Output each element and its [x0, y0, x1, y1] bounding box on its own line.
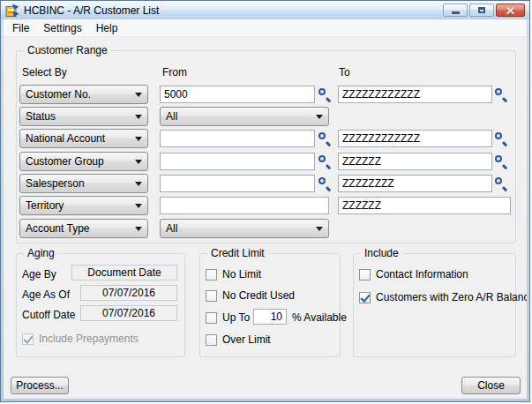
- select-by-dropdown-customer-group[interactable]: Customer Group: [19, 152, 148, 171]
- dropdown-value: Salesperson: [26, 177, 85, 190]
- menu-help[interactable]: Help: [89, 19, 125, 37]
- magnifier-lens: [495, 132, 502, 139]
- finder-icon[interactable]: [495, 132, 508, 146]
- close-window-button[interactable]: [496, 4, 525, 17]
- minimize-icon: [452, 11, 460, 14]
- status-value-dropdown[interactable]: All: [160, 107, 329, 126]
- magnifier-lens: [495, 88, 502, 95]
- close-icon: [506, 6, 515, 14]
- finder-icon[interactable]: [495, 177, 508, 191]
- finder-icon[interactable]: [495, 155, 508, 168]
- contact-information-label: Contact Information: [376, 268, 468, 281]
- territory-row: Territory: [4, 196, 527, 217]
- menu-settings[interactable]: Settings: [36, 19, 88, 37]
- chevron-down-icon: [316, 227, 323, 231]
- customer-range-legend: Customer Range: [24, 44, 111, 56]
- chevron-down-icon: [135, 115, 142, 119]
- select-by-dropdown-status[interactable]: Status: [19, 107, 148, 126]
- no-limit-checkbox[interactable]: [206, 269, 217, 281]
- customer-no-to-input[interactable]: [338, 86, 492, 103]
- aging-group: Aging Age By Document Date Age As Of 07/…: [16, 253, 185, 357]
- no-limit-label: No Limit: [222, 268, 261, 281]
- dropdown-value: Customer No.: [26, 88, 91, 101]
- finder-icon[interactable]: [318, 177, 332, 191]
- credit-limit-legend: Credit Limit: [207, 247, 268, 259]
- zero-balance-row: Customers with Zero A/R Balance: [359, 291, 527, 303]
- account-type-row: Account Type All: [4, 219, 527, 240]
- zero-balance-checkbox[interactable]: [359, 292, 371, 303]
- up-to-percent-input[interactable]: [253, 309, 287, 325]
- menubar: File Settings Help: [4, 19, 527, 37]
- window-title: HCBINC - A/R Customer List: [24, 4, 159, 17]
- customer-group-to-input[interactable]: [338, 153, 492, 170]
- over-limit-row: Over Limit: [206, 333, 271, 346]
- select-by-dropdown-salesperson[interactable]: Salesperson: [19, 174, 148, 193]
- salesperson-from-input[interactable]: [160, 175, 315, 192]
- magnifier-handle: [502, 186, 507, 191]
- magnifier-handle: [326, 97, 331, 102]
- magnifier-handle: [502, 97, 507, 102]
- chevron-down-icon: [135, 182, 142, 186]
- finder-icon[interactable]: [318, 132, 332, 146]
- finder-icon[interactable]: [495, 88, 508, 101]
- dropdown-value: Status: [26, 110, 56, 123]
- chevron-down-icon: [135, 93, 142, 97]
- over-limit-checkbox[interactable]: [206, 334, 217, 346]
- up-to-label: Up To: [222, 311, 250, 324]
- minimize-button[interactable]: [443, 4, 468, 17]
- magnifier-lens: [318, 132, 326, 139]
- select-by-dropdown-account-type[interactable]: Account Type: [19, 219, 148, 238]
- no-credit-used-label: No Credit Used: [222, 289, 295, 302]
- territory-from-input[interactable]: [160, 197, 329, 214]
- credit-limit-group: Credit Limit No Limit No Credit Used Up …: [199, 253, 341, 357]
- window-controls: [443, 4, 525, 17]
- national-account-to-input[interactable]: [338, 130, 492, 147]
- no-credit-used-checkbox[interactable]: [206, 290, 217, 302]
- customer-group-from-input[interactable]: [160, 153, 315, 170]
- chevron-down-icon: [135, 160, 142, 164]
- include-legend: Include: [361, 247, 402, 259]
- restore-icon: [478, 7, 485, 13]
- include-prepayments-checkbox: [22, 333, 34, 345]
- select-by-column-label: Select By: [22, 66, 67, 79]
- chevron-down-icon: [135, 227, 142, 231]
- magnifier-lens: [318, 177, 326, 184]
- magnifier-lens: [318, 155, 326, 162]
- contact-information-row: Contact Information: [359, 268, 468, 281]
- national-account-from-input[interactable]: [160, 130, 315, 147]
- titlebar: HCBINC - A/R Customer List: [1, 1, 529, 19]
- select-by-dropdown-customer-no[interactable]: Customer No.: [19, 85, 148, 104]
- menu-file[interactable]: File: [5, 19, 36, 37]
- restore-button[interactable]: [469, 4, 494, 17]
- finder-icon[interactable]: [318, 155, 332, 168]
- dropdown-value: Account Type: [26, 222, 90, 235]
- chevron-down-icon: [316, 115, 323, 119]
- customer-no-from-input[interactable]: [160, 86, 315, 103]
- dropdown-value: National Account: [26, 132, 105, 145]
- magnifier-handle: [502, 164, 507, 169]
- territory-to-input[interactable]: [338, 197, 511, 214]
- process-button[interactable]: Process...: [11, 377, 69, 394]
- contact-information-checkbox[interactable]: [359, 269, 371, 281]
- no-limit-row: No Limit: [206, 268, 261, 281]
- app-icon: [5, 4, 19, 18]
- up-to-row: Up To: [206, 311, 250, 324]
- up-to-checkbox[interactable]: [206, 312, 217, 324]
- finder-icon[interactable]: [318, 88, 332, 101]
- to-column-label: To: [339, 66, 350, 79]
- salesperson-to-input[interactable]: [338, 175, 492, 192]
- zero-balance-label: Customers with Zero A/R Balance: [376, 291, 527, 303]
- close-button[interactable]: Close: [461, 377, 521, 394]
- magnifier-handle: [502, 141, 507, 146]
- chevron-down-icon: [135, 137, 142, 141]
- app-window: HCBINC - A/R Customer List File Settings…: [0, 0, 530, 402]
- dropdown-value: Customer Group: [26, 155, 104, 168]
- dropdown-value: Territory: [26, 199, 64, 212]
- salesperson-row: Salesperson: [4, 174, 527, 195]
- cutoff-date-label: Cutoff Date: [22, 309, 75, 321]
- select-by-dropdown-national-account[interactable]: National Account: [19, 129, 148, 148]
- select-by-dropdown-territory[interactable]: Territory: [19, 196, 148, 215]
- account-type-value-dropdown[interactable]: All: [160, 219, 329, 238]
- over-limit-label: Over Limit: [222, 333, 271, 346]
- customer-no-row: Customer No.: [4, 85, 527, 106]
